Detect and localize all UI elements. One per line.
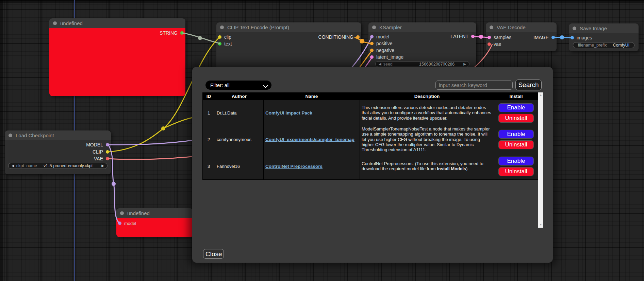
extension-link[interactable]: ComfyUI Impact Pack <box>265 110 312 116</box>
collapse-dot-icon[interactable] <box>53 21 57 25</box>
input-slot-vae[interactable]: vae <box>488 41 501 48</box>
slot-label: VAE <box>94 156 103 161</box>
description-text: ) <box>466 166 467 171</box>
input-slot-images[interactable]: images <box>571 34 592 41</box>
slot-dot-icon[interactable] <box>106 150 109 154</box>
wire-dot[interactable] <box>112 182 116 186</box>
extension-description: ModelSamplerTonemapNoiseTest a node that… <box>360 126 494 153</box>
slot-label: model <box>376 34 389 39</box>
vertical-scrollbar[interactable]: ▲ ▼ <box>538 92 543 228</box>
extension-link[interactable]: ControlNet Preprocessors <box>265 164 323 169</box>
input-slot-latent-image[interactable]: latent_image <box>370 54 403 60</box>
slot-dot-icon[interactable] <box>106 157 109 160</box>
uninstall-button[interactable]: Uninstall <box>498 140 534 149</box>
extension-description: This extension offers various detector n… <box>360 100 494 126</box>
slot-label: images <box>577 35 592 40</box>
input-slot-text[interactable]: text <box>218 40 232 47</box>
slot-label: text <box>224 41 232 47</box>
collapse-dot-icon[interactable] <box>220 25 224 29</box>
slot-dot-icon[interactable] <box>218 42 221 46</box>
node-load-checkpoint[interactable]: Load Checkpoint MODEL CLIP VAE ◀ ckpt_na… <box>5 130 111 174</box>
extension-author: comfyanonymous <box>215 126 264 153</box>
output-slot-model[interactable]: MODEL <box>86 141 109 148</box>
comfyui-canvas[interactable]: undefined STRING CLIP Text Encode (Promp… <box>0 0 644 281</box>
increment-arrow-icon[interactable]: ▶ <box>463 63 466 66</box>
input-slot-model[interactable]: model <box>118 220 136 227</box>
output-slot-conditioning[interactable]: CONDITIONING <box>318 34 360 40</box>
slot-dot-icon[interactable] <box>370 42 374 45</box>
enable-button[interactable]: Enable <box>498 157 534 165</box>
increment-arrow-icon[interactable]: ▶ <box>101 164 104 168</box>
wire-dot[interactable] <box>198 36 202 40</box>
extension-link[interactable]: ComfyUI_experiments/sampler_tonemap <box>265 137 354 142</box>
decrement-arrow-icon[interactable]: ◀ <box>379 63 381 66</box>
collapse-dot-icon[interactable] <box>9 134 12 137</box>
slot-dot-icon[interactable] <box>370 55 374 59</box>
node-header[interactable]: KSampler <box>368 22 476 32</box>
node-save-image[interactable]: Save Image images filename_prefix ComfyU… <box>569 23 639 51</box>
slot-dot-icon[interactable] <box>488 36 491 39</box>
slot-dot-icon[interactable] <box>218 35 221 39</box>
slot-dot-icon[interactable] <box>180 31 184 35</box>
output-slot-latent[interactable]: LATENT <box>450 33 475 40</box>
slot-dot-icon[interactable] <box>356 35 360 39</box>
slot-label: CONDITIONING <box>318 34 353 40</box>
wire-dot[interactable] <box>479 35 483 39</box>
slot-dot-icon[interactable] <box>370 35 374 38</box>
node-header[interactable]: undefined <box>116 208 193 218</box>
input-slot-positive[interactable]: positive <box>370 40 392 47</box>
output-slot-image[interactable]: IMAGE <box>533 34 555 41</box>
slot-label: latent_image <box>376 54 403 60</box>
slot-dot-icon[interactable] <box>106 143 109 146</box>
node-header[interactable]: CLIP Text Encode (Prompt) <box>216 22 361 32</box>
wire-dot[interactable] <box>161 126 165 130</box>
search-button[interactable]: Search <box>515 80 542 90</box>
collapse-dot-icon[interactable] <box>120 211 124 215</box>
enable-button[interactable]: Enable <box>498 130 534 139</box>
node-undefined-top[interactable]: undefined STRING <box>49 18 185 96</box>
widget-label: filename_prefix <box>578 43 607 48</box>
node-header[interactable]: Save Image <box>569 23 639 33</box>
column-header: Name <box>264 93 360 100</box>
extension-author: Fannovel16 <box>215 153 264 179</box>
node-undefined-bottom[interactable]: undefined model <box>116 208 193 237</box>
ckpt-name-widget[interactable]: ◀ ckpt_name v1-5-pruned-emaonly.ckpt ▶ <box>8 163 108 169</box>
output-slot-string[interactable]: STRING <box>160 30 184 36</box>
filter-select[interactable]: Filter: all <box>205 81 271 90</box>
filename-prefix-widget[interactable]: filename_prefix ComfyUI <box>573 42 634 48</box>
input-slot-negative[interactable]: negative <box>370 47 394 54</box>
slot-dot-icon[interactable] <box>488 42 491 46</box>
wire-dot[interactable] <box>560 35 564 39</box>
seed-widget[interactable]: ◀ seed 156680208700286 ▶ <box>375 61 469 67</box>
output-slot-vae[interactable]: VAE <box>94 155 109 162</box>
scroll-down-icon[interactable]: ▼ <box>540 222 542 228</box>
node-header[interactable]: VAE Decode <box>486 22 557 32</box>
extension-id: 2 <box>203 126 215 153</box>
node-vae-decode[interactable]: VAE Decode samples vae IMAGE <box>486 22 557 51</box>
node-header[interactable]: Load Checkpoint <box>5 130 111 140</box>
slot-dot-icon[interactable] <box>551 36 555 39</box>
collapse-dot-icon[interactable] <box>372 25 376 29</box>
collapse-dot-icon[interactable] <box>573 27 576 30</box>
search-input[interactable] <box>435 81 513 90</box>
node-title: CLIP Text Encode (Prompt) <box>227 24 289 30</box>
node-ksampler[interactable]: KSampler model positive negative latent_… <box>368 22 476 70</box>
slot-label: STRING <box>160 30 178 36</box>
output-slot-clip[interactable]: CLIP <box>93 148 109 155</box>
slot-dot-icon[interactable] <box>370 49 374 52</box>
slot-dot-icon[interactable] <box>471 35 475 38</box>
slot-dot-icon[interactable] <box>118 222 121 225</box>
close-button[interactable]: Close <box>203 249 224 259</box>
uninstall-button[interactable]: Uninstall <box>498 167 534 176</box>
uninstall-button[interactable]: Uninstall <box>498 114 534 123</box>
decrement-arrow-icon[interactable]: ◀ <box>12 164 14 168</box>
node-header[interactable]: undefined <box>49 18 185 28</box>
enable-button[interactable]: Enable <box>498 103 534 112</box>
collapse-dot-icon[interactable] <box>490 25 493 29</box>
input-slot-model[interactable]: model <box>370 33 389 40</box>
input-slot-clip[interactable]: clip <box>218 34 231 40</box>
slot-dot-icon[interactable] <box>571 36 574 39</box>
column-header: ID <box>203 93 215 100</box>
input-slot-samples[interactable]: samples <box>488 34 511 41</box>
scroll-up-icon[interactable]: ▲ <box>540 92 542 98</box>
